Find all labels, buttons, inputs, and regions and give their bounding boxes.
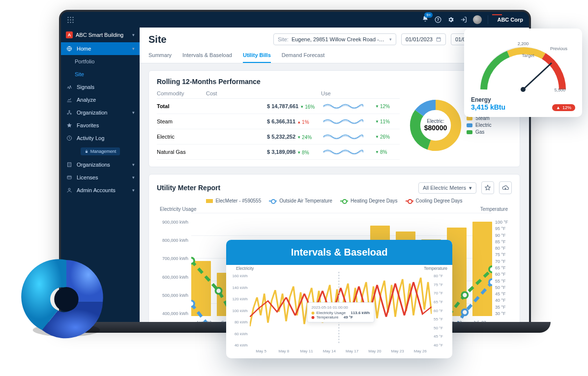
gauge-delta-pill: ▲ 12% [552,104,575,111]
sidebar-item-portfolio[interactable]: Portfolio [61,55,140,68]
download-button[interactable] [499,181,512,194]
user-icon [66,187,73,193]
logout-icon[interactable] [460,16,467,23]
rolling-title: Rolling 12-Months Performance [157,78,512,86]
chevron-down-icon: ▾ [132,175,135,180]
donut-center-label: Electric: [427,118,444,124]
calendar-icon [436,36,441,42]
sidebar-item-site[interactable]: Site [61,68,140,81]
svg-point-54 [521,87,526,92]
apps-grid-icon[interactable] [67,16,74,23]
analyze-icon [66,97,73,103]
tab-summary[interactable]: Summary [148,52,172,63]
table-row: Total$ 14,787,661 ▼16%▼12% [157,99,400,114]
gauge-chart: 2,200 Previous Target 5,500 [471,35,575,94]
org-name: ABC Smart Building [76,32,123,38]
topbar: 9+ ? ABC Corp [61,12,529,28]
tab-demand[interactable]: Demand Forecast [282,52,324,63]
gauge-title: Energy [471,96,575,103]
page-title: Site [148,34,167,45]
notifications-badge: 9+ [424,12,433,18]
svg-rect-8 [68,163,71,167]
svg-rect-9 [67,176,71,179]
chevron-down-icon: ▾ [132,188,135,193]
svg-rect-7 [86,151,88,153]
sidebar-item-signals[interactable]: Signals [61,81,140,93]
lock-icon [85,149,88,153]
chevron-down-icon: ▾ [469,185,472,191]
svg-text:2,200: 2,200 [518,41,529,46]
svg-text:5,500: 5,500 [554,87,565,92]
building-icon [66,162,73,168]
sidebar-item-analyze[interactable]: Analyze [61,93,140,106]
help-icon[interactable]: ? [435,16,441,23]
chevron-down-icon: ▾ [389,37,392,42]
gear-icon[interactable] [447,16,454,23]
sidebar-item-favorites[interactable]: Favorites [61,119,140,132]
svg-point-10 [68,188,70,190]
site-selector[interactable]: Site: Eugene, 29851 Willow Creek Road - … [273,33,396,45]
org-badge: A [66,31,73,38]
decorative-pie-icon [20,251,113,344]
svg-point-3 [69,111,70,112]
signals-icon [66,84,73,90]
tab-intervals[interactable]: Intervals & Baseload [182,52,232,63]
svg-line-53 [523,63,552,89]
sidebar-item-organization[interactable]: Organization ▾ [61,106,140,119]
sidebar-item-home[interactable]: Home ▾ [61,42,140,55]
favorite-toggle[interactable] [481,181,494,194]
chevron-down-icon: ▾ [132,46,135,51]
cloud-download-icon [502,184,509,191]
tab-utility-bills[interactable]: Utility Bills [243,52,271,63]
svg-text:Previous: Previous [550,46,568,51]
y-axis-left: 900,000 kWh800,000 kWh700,000 kWh600,000… [157,213,191,324]
chart-tooltip: 2023-05-16 01:00:00 Electricity Usage 11… [307,302,375,322]
org-icon [66,110,73,116]
globe-icon [66,46,73,52]
sidebar-item-licenses[interactable]: Licenses ▾ [61,171,140,184]
table-row: Steam$ 6,366,311 ▲1%▼11% [157,114,400,129]
table-row: Electric$ 5,232,252 ▼24%▼26% [157,129,400,145]
chevron-down-icon: ▾ [132,110,135,115]
license-icon [66,174,73,180]
brand-label: ABC Corp [494,17,523,23]
sidebar-item-admin[interactable]: Admin Accounts ▾ [61,184,140,197]
clock-icon [66,135,73,141]
donut-legend: SteamElectricGas [467,114,492,136]
sidebar-item-organizations[interactable]: Organizations ▾ [61,158,140,171]
intervals-chart: 2023-05-16 01:00:00 Electricity Usage 11… [250,272,432,345]
svg-rect-11 [437,38,441,42]
donut-center-value: $80000 [424,124,447,132]
y-axis-right: 100 °F95 °F90 °F85 °F80 °F75 °F70 °F65 °… [492,213,512,324]
intervals-title: Intervals & Baseload [226,240,452,265]
energy-gauge-panel: 2,200 Previous Target 5,500 Energy 3,415… [464,29,582,117]
chevron-down-icon: ▾ [132,162,135,167]
notifications-button[interactable]: 9+ [422,15,429,24]
meter-title: Utility Meter Report [157,184,220,192]
date-from-input[interactable]: 01/01/2023 [401,33,446,45]
star-outline-icon [484,184,491,191]
svg-text:Target: Target [522,53,534,58]
sidebar-item-activity[interactable]: Activity Log [61,132,140,145]
avatar[interactable] [473,15,482,24]
rolling-table: Commodity Cost Use Total$ 14,787,661 ▼16… [157,90,400,160]
table-row: Natural Gas$ 3,189,098 ▼8%▼8% [157,145,400,160]
svg-point-61 [54,287,78,311]
star-icon [66,122,73,128]
management-badge: Management [81,147,120,155]
chevron-down-icon: ▾ [132,32,135,37]
intervals-panel: Intervals & Baseload Electricity Tempera… [226,240,452,358]
svg-text:?: ? [437,18,440,22]
chart-legend: ElecMeter - #590555 .lg-line[style*="4a9… [157,198,512,203]
sidebar-org-select[interactable]: A ABC Smart Building ▾ [61,28,140,42]
meter-selector[interactable]: All Electric Meters ▾ [418,182,476,194]
